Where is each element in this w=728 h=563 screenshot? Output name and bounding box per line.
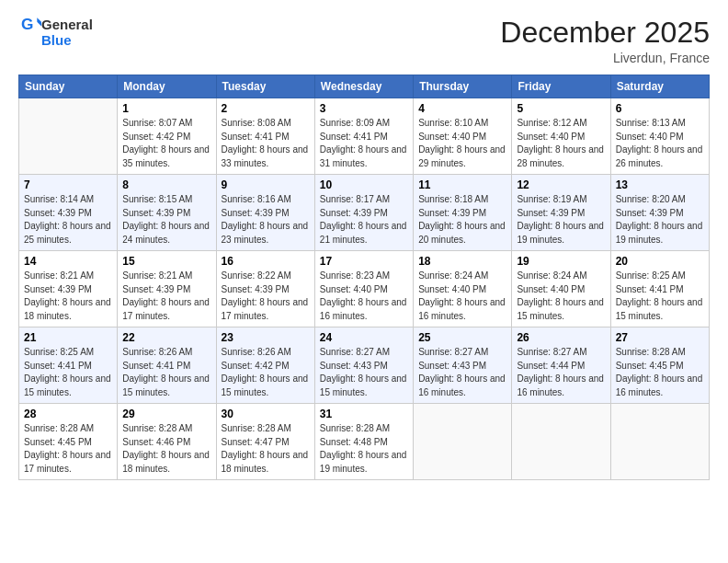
day-number: 17 xyxy=(320,255,408,268)
location: Liverdun, France xyxy=(500,51,710,65)
day-number: 10 xyxy=(320,178,408,191)
day-info: Sunrise: 8:28 AMSunset: 4:48 PMDaylight:… xyxy=(320,422,408,476)
day-of-week-header: Thursday xyxy=(414,75,512,98)
day-info: Sunrise: 8:19 AMSunset: 4:39 PMDaylight:… xyxy=(517,193,605,247)
title-block: December 2025 Liverdun, France xyxy=(500,17,710,65)
day-number: 22 xyxy=(122,331,210,344)
day-of-week-header: Monday xyxy=(118,75,216,98)
calendar-cell: 9Sunrise: 8:16 AMSunset: 4:39 PMDaylight… xyxy=(216,175,314,251)
day-number: 5 xyxy=(517,102,605,115)
day-number: 12 xyxy=(517,178,605,191)
day-number: 27 xyxy=(616,331,704,344)
calendar-table: SundayMondayTuesdayWednesdayThursdayFrid… xyxy=(18,75,710,480)
day-info: Sunrise: 8:15 AMSunset: 4:39 PMDaylight:… xyxy=(122,193,210,247)
calendar-cell: 16Sunrise: 8:22 AMSunset: 4:39 PMDayligh… xyxy=(216,251,314,327)
day-info: Sunrise: 8:13 AMSunset: 4:40 PMDaylight:… xyxy=(616,117,704,170)
calendar-cell: 30Sunrise: 8:28 AMSunset: 4:47 PMDayligh… xyxy=(216,404,314,480)
calendar-cell xyxy=(512,404,610,480)
calendar-cell: 11Sunrise: 8:18 AMSunset: 4:39 PMDayligh… xyxy=(414,175,512,251)
day-number: 18 xyxy=(418,255,506,268)
day-number: 3 xyxy=(320,102,408,115)
day-info: Sunrise: 8:26 AMSunset: 4:41 PMDaylight:… xyxy=(122,346,210,399)
day-info: Sunrise: 8:23 AMSunset: 4:40 PMDaylight:… xyxy=(320,270,408,323)
calendar-cell: 29Sunrise: 8:28 AMSunset: 4:46 PMDayligh… xyxy=(118,404,216,480)
day-info: Sunrise: 8:27 AMSunset: 4:44 PMDaylight:… xyxy=(517,346,605,399)
day-info: Sunrise: 8:24 AMSunset: 4:40 PMDaylight:… xyxy=(517,270,605,323)
day-number: 30 xyxy=(222,408,310,420)
calendar-cell: 5Sunrise: 8:12 AMSunset: 4:40 PMDaylight… xyxy=(512,98,610,175)
calendar-header-row: SundayMondayTuesdayWednesdayThursdayFrid… xyxy=(19,75,710,98)
day-info: Sunrise: 8:28 AMSunset: 4:45 PMDaylight:… xyxy=(24,422,112,476)
day-number: 19 xyxy=(517,255,605,268)
day-of-week-header: Saturday xyxy=(610,75,709,98)
calendar-week-row: 14Sunrise: 8:21 AMSunset: 4:39 PMDayligh… xyxy=(19,251,710,327)
day-info: Sunrise: 8:09 AMSunset: 4:41 PMDaylight:… xyxy=(320,117,408,170)
calendar-cell: 3Sunrise: 8:09 AMSunset: 4:41 PMDaylight… xyxy=(314,98,413,175)
svg-text:G: G xyxy=(21,15,33,33)
day-info: Sunrise: 8:10 AMSunset: 4:40 PMDaylight:… xyxy=(418,117,506,170)
day-info: Sunrise: 8:18 AMSunset: 4:39 PMDaylight:… xyxy=(418,193,506,247)
day-number: 25 xyxy=(418,331,506,344)
day-info: Sunrise: 8:12 AMSunset: 4:40 PMDaylight:… xyxy=(517,117,605,170)
day-info: Sunrise: 8:20 AMSunset: 4:39 PMDaylight:… xyxy=(616,193,704,247)
day-number: 1 xyxy=(122,102,210,115)
calendar-cell: 2Sunrise: 8:08 AMSunset: 4:41 PMDaylight… xyxy=(216,98,314,175)
day-of-week-header: Tuesday xyxy=(216,75,314,98)
calendar-week-row: 21Sunrise: 8:25 AMSunset: 4:41 PMDayligh… xyxy=(19,327,710,404)
calendar-cell: 24Sunrise: 8:27 AMSunset: 4:43 PMDayligh… xyxy=(314,327,413,404)
day-number: 13 xyxy=(616,178,704,191)
day-number: 6 xyxy=(616,102,704,115)
calendar-cell: 28Sunrise: 8:28 AMSunset: 4:45 PMDayligh… xyxy=(19,404,118,480)
calendar-cell: 10Sunrise: 8:17 AMSunset: 4:39 PMDayligh… xyxy=(314,175,413,251)
calendar-cell: 31Sunrise: 8:28 AMSunset: 4:48 PMDayligh… xyxy=(314,404,413,480)
calendar-cell: 13Sunrise: 8:20 AMSunset: 4:39 PMDayligh… xyxy=(610,175,709,251)
day-number: 28 xyxy=(24,408,112,420)
calendar-cell: 22Sunrise: 8:26 AMSunset: 4:41 PMDayligh… xyxy=(118,327,216,404)
day-number: 23 xyxy=(222,331,310,344)
day-info: Sunrise: 8:22 AMSunset: 4:39 PMDaylight:… xyxy=(222,270,310,323)
calendar-cell: 25Sunrise: 8:27 AMSunset: 4:43 PMDayligh… xyxy=(414,327,512,404)
calendar-cell: 19Sunrise: 8:24 AMSunset: 4:40 PMDayligh… xyxy=(512,251,610,327)
day-number: 16 xyxy=(222,255,310,268)
day-number: 26 xyxy=(517,331,605,344)
logo: G General Blue xyxy=(18,17,93,49)
day-number: 7 xyxy=(24,178,112,191)
day-number: 15 xyxy=(122,255,210,268)
day-info: Sunrise: 8:27 AMSunset: 4:43 PMDaylight:… xyxy=(320,346,408,399)
day-number: 4 xyxy=(418,102,506,115)
day-number: 24 xyxy=(320,331,408,344)
day-info: Sunrise: 8:14 AMSunset: 4:39 PMDaylight:… xyxy=(24,193,112,247)
calendar-week-row: 1Sunrise: 8:07 AMSunset: 4:42 PMDaylight… xyxy=(19,98,710,175)
day-number: 9 xyxy=(222,178,310,191)
calendar-cell xyxy=(610,404,709,480)
calendar-week-row: 28Sunrise: 8:28 AMSunset: 4:45 PMDayligh… xyxy=(19,404,710,480)
day-of-week-header: Sunday xyxy=(19,75,118,98)
day-info: Sunrise: 8:07 AMSunset: 4:42 PMDaylight:… xyxy=(122,117,210,170)
day-info: Sunrise: 8:28 AMSunset: 4:47 PMDaylight:… xyxy=(222,422,310,476)
calendar-cell: 20Sunrise: 8:25 AMSunset: 4:41 PMDayligh… xyxy=(610,251,709,327)
day-info: Sunrise: 8:28 AMSunset: 4:45 PMDaylight:… xyxy=(616,346,704,399)
calendar-cell: 15Sunrise: 8:21 AMSunset: 4:39 PMDayligh… xyxy=(118,251,216,327)
day-number: 31 xyxy=(320,408,408,420)
day-info: Sunrise: 8:25 AMSunset: 4:41 PMDaylight:… xyxy=(616,270,704,323)
calendar-cell xyxy=(414,404,512,480)
day-number: 20 xyxy=(616,255,704,268)
calendar-cell: 12Sunrise: 8:19 AMSunset: 4:39 PMDayligh… xyxy=(512,175,610,251)
calendar-cell: 8Sunrise: 8:15 AMSunset: 4:39 PMDaylight… xyxy=(118,175,216,251)
day-info: Sunrise: 8:16 AMSunset: 4:39 PMDaylight:… xyxy=(222,193,310,247)
calendar-cell: 18Sunrise: 8:24 AMSunset: 4:40 PMDayligh… xyxy=(414,251,512,327)
logo-blue-text: Blue xyxy=(41,32,72,48)
day-number: 29 xyxy=(122,408,210,420)
calendar-cell: 26Sunrise: 8:27 AMSunset: 4:44 PMDayligh… xyxy=(512,327,610,404)
calendar-cell: 7Sunrise: 8:14 AMSunset: 4:39 PMDaylight… xyxy=(19,175,118,251)
day-number: 2 xyxy=(222,102,310,115)
calendar-page: G General Blue December 2025 Liverdun, F… xyxy=(0,0,728,563)
calendar-cell: 17Sunrise: 8:23 AMSunset: 4:40 PMDayligh… xyxy=(314,251,413,327)
day-number: 8 xyxy=(122,178,210,191)
calendar-cell: 1Sunrise: 8:07 AMSunset: 4:42 PMDaylight… xyxy=(118,98,216,175)
day-info: Sunrise: 8:26 AMSunset: 4:42 PMDaylight:… xyxy=(222,346,310,399)
logo-general-text: General xyxy=(41,17,93,32)
calendar-cell: 6Sunrise: 8:13 AMSunset: 4:40 PMDaylight… xyxy=(610,98,709,175)
day-of-week-header: Wednesday xyxy=(314,75,413,98)
day-info: Sunrise: 8:17 AMSunset: 4:39 PMDaylight:… xyxy=(320,193,408,247)
